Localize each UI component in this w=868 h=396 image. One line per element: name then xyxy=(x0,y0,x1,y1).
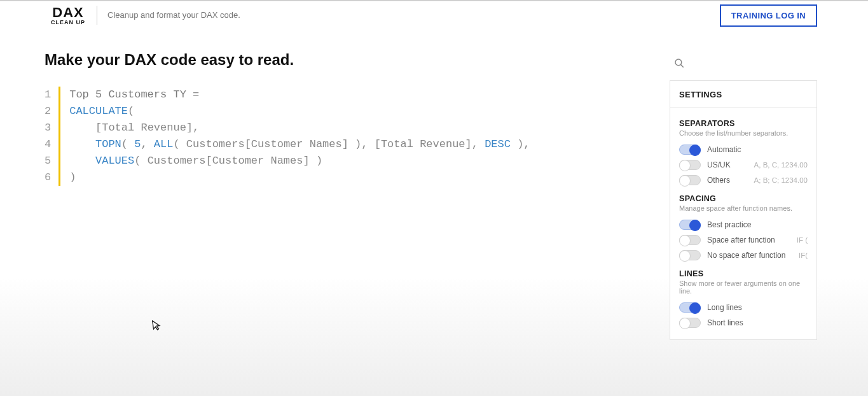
code-line[interactable]: ) xyxy=(69,169,530,186)
code-token: TOPN xyxy=(95,138,121,150)
option-label: US/UK xyxy=(707,160,754,169)
option-row[interactable]: No space after functionIF( xyxy=(679,248,808,263)
code-token: [Total Revenue] xyxy=(95,122,193,134)
code-token: ) xyxy=(69,171,76,183)
code-line[interactable]: Top 5 Customers TY = xyxy=(69,87,530,103)
option-row[interactable]: Long lines xyxy=(679,300,808,315)
section-title: LINES xyxy=(679,269,808,278)
code-line[interactable]: TOPN( 5, ALL( Customers[Customer Names] … xyxy=(69,136,530,153)
code-line[interactable]: VALUES( Customers[Customer Names] ) xyxy=(69,153,530,169)
option-label: Others xyxy=(707,176,754,185)
option-hint: IF( xyxy=(799,251,808,259)
option-hint: IF ( xyxy=(797,236,808,244)
code-token: ( xyxy=(121,138,134,150)
line-number: 3 xyxy=(45,120,51,136)
code-token xyxy=(69,122,95,134)
code-token: , xyxy=(472,138,485,150)
svg-line-1 xyxy=(681,65,684,67)
option-label: Space after function xyxy=(707,236,797,244)
left-column: Make your DAX code easy to read. 123456 … xyxy=(45,51,658,186)
code-token: = xyxy=(193,88,199,101)
toggle[interactable] xyxy=(679,235,701,245)
page-title: Make your DAX code easy to read. xyxy=(45,51,658,69)
section-subtitle: Choose the list/number separators. xyxy=(679,129,808,137)
code-token: , xyxy=(141,138,153,150)
header-right: TRAINING LOG IN xyxy=(720,4,817,27)
option-label: Automatic xyxy=(707,145,808,154)
line-number: 6 xyxy=(45,169,51,186)
option-label: Long lines xyxy=(707,303,808,312)
code-token: ( xyxy=(128,105,134,117)
section-title: SEPARATORS xyxy=(679,119,808,128)
code-token: ), xyxy=(511,138,530,150)
code-token: ALL xyxy=(154,138,174,150)
toggle[interactable] xyxy=(679,302,701,313)
right-column: SETTINGS SEPARATORSChoose the list/numbe… xyxy=(670,55,817,340)
header-divider xyxy=(97,6,97,25)
svg-point-0 xyxy=(675,59,682,66)
option-row[interactable]: OthersA; B; C; 1234.00 xyxy=(679,173,808,188)
line-number: 2 xyxy=(45,103,51,120)
line-gutter: 123456 xyxy=(45,87,59,186)
option-row[interactable]: Space after functionIF ( xyxy=(679,232,808,248)
code-token: VALUES xyxy=(95,155,134,167)
settings-header: SETTINGS xyxy=(670,81,816,108)
code-token: 5 xyxy=(134,138,141,150)
toggle[interactable] xyxy=(679,220,701,230)
option-row[interactable]: Best practice xyxy=(679,217,808,232)
code-token: DESC xyxy=(485,138,511,150)
code-token xyxy=(69,155,95,167)
option-label: Short lines xyxy=(707,318,808,327)
header: DAX CLEAN UP Cleanup and format your DAX… xyxy=(0,1,868,29)
logo-main: DAX xyxy=(52,6,83,20)
code-editor[interactable]: 123456 Top 5 Customers TY =CALCULATE( [T… xyxy=(45,87,658,186)
toggle[interactable] xyxy=(679,175,701,185)
option-label: No space after function xyxy=(707,251,799,260)
line-number: 5 xyxy=(45,153,51,169)
tagline: Cleanup and format your DAX code. xyxy=(107,10,240,20)
settings-body: SEPARATORSChoose the list/number separat… xyxy=(670,108,816,339)
search-icon[interactable] xyxy=(673,57,685,71)
code-area[interactable]: Top 5 Customers TY =CALCULATE( [Total Re… xyxy=(60,87,530,186)
toggle[interactable] xyxy=(679,160,701,170)
settings-panel: SETTINGS SEPARATORSChoose the list/numbe… xyxy=(670,80,817,340)
logo[interactable]: DAX CLEAN UP xyxy=(51,6,85,25)
section-title: SPACING xyxy=(679,194,808,203)
toggle[interactable] xyxy=(679,250,701,260)
option-row[interactable]: Automatic xyxy=(679,142,808,157)
line-number: 1 xyxy=(45,87,51,103)
toggle[interactable] xyxy=(679,145,701,155)
code-token: ( Customers[Customer Names] ) xyxy=(134,155,322,167)
option-hint: A; B; C; 1234.00 xyxy=(754,176,808,184)
code-token: [Total Revenue] xyxy=(375,138,472,150)
toggle[interactable] xyxy=(679,318,701,328)
option-hint: A, B, C, 1234.00 xyxy=(754,161,808,169)
section-subtitle: Show more or fewer arguments on one line… xyxy=(679,279,808,295)
main: Make your DAX code easy to read. 123456 … xyxy=(0,29,868,340)
training-login-button[interactable]: TRAINING LOG IN xyxy=(720,4,817,27)
option-row[interactable]: Short lines xyxy=(679,315,808,330)
code-line[interactable]: CALCULATE( xyxy=(69,103,530,120)
search-row xyxy=(670,55,817,80)
logo-sub: CLEAN UP xyxy=(51,20,85,25)
line-number: 4 xyxy=(45,136,51,153)
code-line[interactable]: [Total Revenue], xyxy=(69,120,530,136)
code-token xyxy=(69,138,95,150)
option-label: Best practice xyxy=(707,220,808,229)
option-row[interactable]: US/UKA, B, C, 1234.00 xyxy=(679,157,808,173)
section-subtitle: Manage space after function names. xyxy=(679,204,808,212)
code-token: ( Customers[Customer Names] ), xyxy=(173,138,374,150)
code-token: Top 5 Customers TY xyxy=(69,88,193,101)
code-token: , xyxy=(193,122,199,134)
code-token: CALCULATE xyxy=(69,105,128,117)
